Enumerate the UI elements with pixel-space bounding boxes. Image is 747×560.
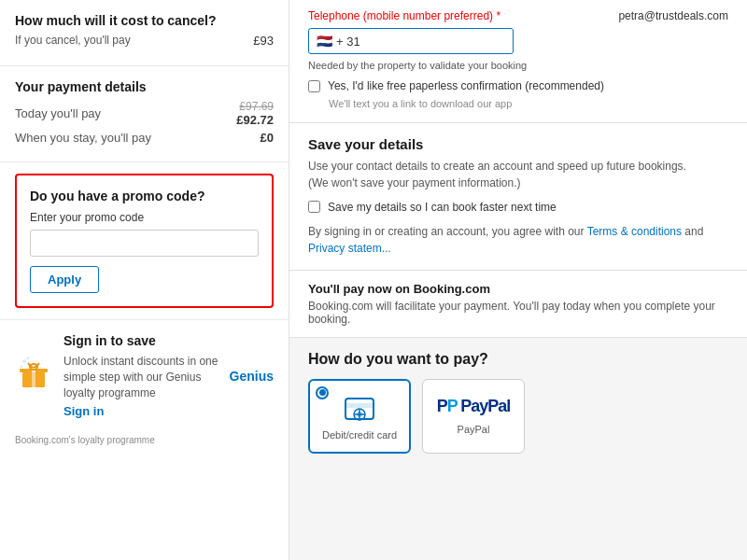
phone-hint: Needed by the property to validate your … [308, 60, 728, 71]
payment-row-stay: When you stay, you'll pay £0 [15, 131, 274, 145]
payment-stay-label: When you stay, you'll pay [15, 131, 151, 145]
cancel-title: How much will it cost to cancel? [15, 13, 274, 28]
paperless-label: Yes, I'd like free paperless confirmatio… [328, 78, 604, 94]
signin-title: Sign in to save [63, 333, 218, 348]
promo-label: Enter your promo code [30, 211, 259, 224]
pay-now-title: You'll pay now on Booking.com [308, 282, 728, 296]
svg-point-14 [359, 413, 361, 415]
terms-link[interactable]: Terms & conditions [587, 225, 682, 238]
signin-description: Unlock instant discounts in one simple s… [63, 354, 218, 400]
paperless-checkbox[interactable] [308, 80, 320, 92]
debit-card-label: Debit/credit card [322, 429, 397, 441]
genius-label: Genius [230, 369, 274, 384]
signin-link[interactable]: Sign in [63, 404, 104, 418]
credit-card-icon [343, 392, 376, 426]
paypal-logo: PP PayPal [437, 397, 511, 416]
radio-dot-inner [319, 389, 326, 396]
svg-point-5 [22, 359, 26, 363]
payment-stay-amount: £0 [261, 131, 274, 145]
payment-details-title: Your payment details [15, 79, 274, 94]
payment-today-amount: £92.72 [236, 113, 274, 127]
phone-input[interactable] [336, 35, 493, 49]
save-details-desc: Use your contact details to create an ac… [308, 158, 728, 191]
terms-and: and [684, 225, 703, 238]
svg-point-6 [21, 365, 23, 368]
paypal-label: PayPal [458, 424, 490, 435]
cancel-section: How much will it cost to cancel? If you … [0, 0, 289, 66]
right-column: Telephone (mobile number preferred) * pe… [289, 0, 747, 560]
terms-prefix: By signing in or creating an account, yo… [308, 225, 587, 238]
payment-details-section: Your payment details Today you'll pay £9… [0, 66, 289, 162]
privacy-link[interactable]: Privacy statem... [308, 242, 391, 255]
apply-button[interactable]: Apply [30, 266, 99, 293]
payment-today-label: Today you'll pay [15, 106, 101, 120]
save-details-title: Save your details [308, 136, 728, 152]
pay-now-desc: Booking.com will facilitate your payment… [308, 300, 728, 326]
terms-text: By signing in or creating an account, yo… [308, 223, 728, 257]
signin-text: Sign in to save Unlock instant discounts… [63, 333, 218, 418]
debit-card-radio [316, 386, 329, 399]
paperless-hint: We'll text you a link to download our ap… [329, 98, 728, 109]
signin-footer: Booking.com's loyalty programme [0, 431, 289, 453]
svg-point-7 [27, 357, 30, 359]
gift-icon [15, 354, 52, 399]
pay-method-section: How do you want to pay? [289, 338, 747, 467]
save-details-section: Save your details Use your contact detai… [289, 123, 747, 271]
user-email: petra@trustdeals.com [618, 9, 728, 22]
paperless-checkbox-row: Yes, I'd like free paperless confirmatio… [308, 78, 728, 94]
payment-today-strikethrough: £97.69 [236, 100, 274, 113]
left-column: How much will it cost to cancel? If you … [0, 0, 289, 560]
save-checkbox-row: Save my details so I can book faster nex… [308, 201, 728, 214]
pay-cards-container: Debit/credit card PP PayPal PayPal [308, 379, 728, 454]
payment-row-today: Today you'll pay £97.69 £92.72 [15, 100, 274, 127]
promo-input[interactable] [30, 230, 259, 257]
required-star: * [496, 9, 500, 22]
promo-title: Do you have a promo code? [30, 189, 259, 203]
save-details-label: Save my details so I can book faster nex… [328, 201, 557, 214]
promo-section: Do you have a promo code? Enter your pro… [15, 174, 274, 308]
phone-input-wrapper[interactable]: 🇳🇱 [308, 28, 514, 54]
cancel-subtitle: If you cancel, you'll pay [15, 34, 131, 47]
pay-method-title: How do you want to pay? [308, 351, 728, 368]
paypal-option[interactable]: PP PayPal PayPal [422, 379, 525, 454]
save-details-checkbox[interactable] [308, 201, 320, 213]
signin-section: Sign in to save Unlock instant discounts… [0, 319, 289, 431]
debit-card-option[interactable]: Debit/credit card [308, 379, 411, 454]
pay-now-section: You'll pay now on Booking.com Booking.co… [289, 271, 747, 338]
phone-section: Telephone (mobile number preferred) * pe… [289, 0, 747, 123]
nl-flag-icon: 🇳🇱 [317, 34, 332, 49]
svg-rect-9 [345, 403, 374, 408]
cancel-amount: £93 [253, 34, 274, 52]
